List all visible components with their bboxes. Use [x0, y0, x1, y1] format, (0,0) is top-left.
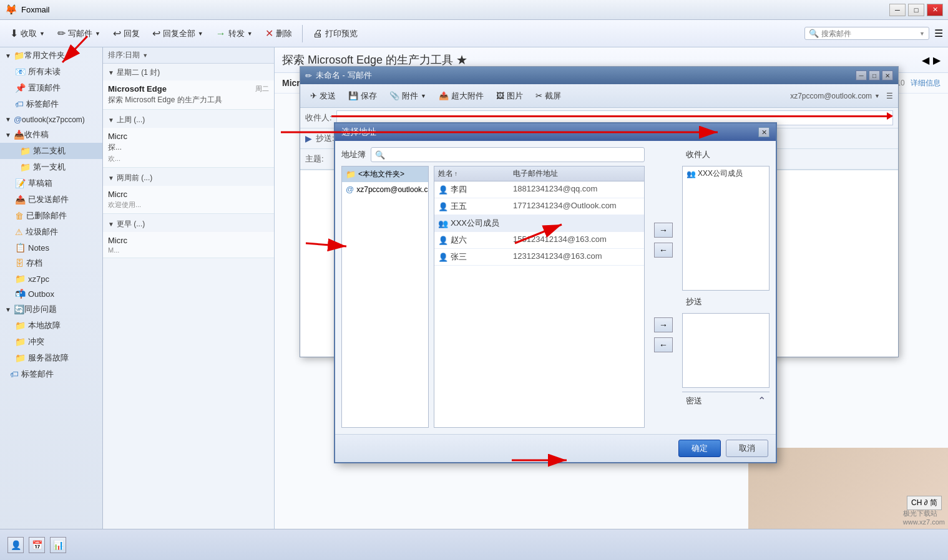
local-folder-item[interactable]: 📁 <本地文件夹>: [342, 167, 428, 182]
sidebar-item-conflict[interactable]: 📁 冲突: [0, 334, 102, 350]
group-icon: 👥: [438, 219, 448, 228]
contact-row-zhaoliu[interactable]: 👤 赵六 155123412134@163.com: [434, 232, 644, 249]
send-button[interactable]: ✈ 发送: [305, 89, 341, 104]
sidebar-item-server-error[interactable]: 📁 服务器故障: [0, 350, 102, 366]
collapse-icon: ▼: [5, 116, 11, 123]
content-area: 探索 Microsoft Edge 的生产力工具 ★ ◀ ▶ Microsoft…: [275, 47, 948, 560]
compose-close-button[interactable]: ✕: [882, 70, 893, 80]
sidebar-item-pinned[interactable]: 📌 置顶邮件: [0, 80, 102, 96]
attachment-button[interactable]: 📎 附件 ▼: [384, 89, 431, 104]
receive-button[interactable]: ⬇ 收取 ▼: [5, 25, 50, 42]
screenshot-icon: ✂: [535, 91, 542, 100]
remove-from-recipient-button[interactable]: ←: [654, 243, 673, 258]
sidebar-item-all-unread[interactable]: 📧 所有未读: [0, 64, 102, 80]
sidebar-item-notes[interactable]: 📋 Notes: [0, 240, 102, 255]
stats-icon-button[interactable]: 📊: [50, 537, 66, 553]
minimize-button[interactable]: ─: [889, 4, 906, 16]
contact-row-wangwu[interactable]: 👤 王五 17712341234@Outlook.com: [434, 198, 644, 215]
image-button[interactable]: 🖼 图片: [491, 89, 528, 104]
confirm-button[interactable]: 确定: [678, 440, 721, 457]
compose-button[interactable]: ✏ 写邮件 ▼: [52, 25, 105, 42]
compose-icon: ✏: [305, 71, 312, 80]
contacts-icon-button[interactable]: 👤: [7, 537, 24, 553]
reply-all-button[interactable]: ↩ 回复全部 ▼: [147, 25, 208, 42]
sidebar-item-local-error[interactable]: 📁 本地故障: [0, 317, 102, 334]
collapse-icon: ▼: [108, 117, 114, 123]
add-to-recipient-button[interactable]: →: [654, 223, 673, 238]
cc-recipients-list: [682, 313, 770, 388]
dialog-close-button[interactable]: ✕: [758, 127, 770, 137]
mail-item[interactable]: Micrc M...: [103, 232, 274, 258]
add-to-cc-button[interactable]: →: [654, 317, 673, 332]
tag-icon: 🏷: [15, 99, 24, 109]
sidebar-item-archive[interactable]: 🗄 存档: [0, 255, 102, 271]
forward-button[interactable]: → 转发 ▼: [211, 26, 258, 42]
sort-dropdown-icon[interactable]: ▼: [142, 52, 148, 59]
address-dialog: 选择地址 ✕ 地址簿 🔍: [334, 122, 777, 463]
sidebar-item-spam[interactable]: ⚠ 垃圾邮件: [0, 224, 102, 240]
reply-button[interactable]: ↩ 回复: [108, 25, 145, 42]
nav-forward-button[interactable]: ▶: [933, 54, 941, 66]
contact-row-lisi[interactable]: 👤 李四 18812341234@qq.com: [434, 181, 644, 198]
compose-maximize-button[interactable]: □: [869, 70, 880, 80]
maximize-button[interactable]: □: [908, 4, 924, 16]
sidebar-item-sent[interactable]: 📤 已发送邮件: [0, 191, 102, 208]
menu-button[interactable]: ☰: [934, 27, 943, 39]
save-button[interactable]: 💾 保存: [343, 89, 382, 104]
sidebar-item-branch1[interactable]: 📁 第一支机: [0, 159, 102, 175]
account-icon: @: [346, 185, 354, 194]
calendar-icon-button[interactable]: 📅: [29, 537, 45, 553]
contact-row-zhangsan[interactable]: 👤 张三 12312341234@163.com: [434, 249, 644, 266]
cc-section-label: 抄送: [682, 294, 770, 309]
nav-back-button[interactable]: ◀: [922, 54, 929, 66]
folder-icon: 📁: [15, 337, 26, 347]
sidebar-item-outbox[interactable]: 📬 Outbox: [0, 286, 102, 301]
print-preview-button[interactable]: 🖨 打印预览: [308, 26, 363, 42]
search-input[interactable]: [821, 29, 919, 38]
account-icon: @: [14, 115, 22, 124]
expand-icon[interactable]: ▶: [305, 133, 312, 143]
compose-titlebar-controls: ─ □ ✕: [856, 70, 893, 80]
delete-button[interactable]: ✕ 删除: [260, 25, 297, 42]
sidebar-item-tagged-mail[interactable]: 🏷 标签邮件: [0, 366, 102, 382]
cancel-button[interactable]: 取消: [726, 440, 768, 457]
contact-icon: 👤: [438, 185, 448, 195]
mail-item[interactable]: Micrc 探... 欢...: [103, 128, 274, 168]
reply-all-icon: ↩: [152, 27, 160, 39]
sidebar-item-drafts[interactable]: 📝 草稿箱: [0, 175, 102, 191]
menu-icon[interactable]: ☰: [886, 92, 893, 100]
large-attachment-button[interactable]: 📤 超大附件: [434, 89, 489, 104]
folder-icon: 📁: [15, 274, 26, 284]
folder-icon: 📁: [15, 353, 26, 363]
detail-link[interactable]: 详细信息: [911, 79, 941, 87]
sidebar-item-branch2[interactable]: 📁 第二支机: [0, 143, 102, 159]
collapse-icon: ▼: [108, 69, 114, 76]
dialog-search-input[interactable]: [387, 150, 640, 159]
contact-row-group-xxx[interactable]: 👥 XXX公司成员: [434, 215, 644, 232]
close-button[interactable]: ✕: [927, 4, 943, 16]
bcc-expand-icon[interactable]: ⌃: [758, 395, 766, 407]
folder-icon: 📁: [346, 170, 356, 179]
sidebar-item-tagged[interactable]: 🏷 标签邮件: [0, 96, 102, 112]
account-dropdown-icon[interactable]: ▼: [874, 93, 880, 99]
screenshot-button[interactable]: ✂ 截屏: [530, 89, 566, 104]
sidebar-item-common-folders[interactable]: ▼ 📁 常用文件夹: [0, 47, 102, 64]
sidebar-item-sync-issues[interactable]: ▼ 🔄 同步问题: [0, 301, 102, 317]
contact-icon: 👤: [438, 236, 448, 245]
mail-item[interactable]: Micrc 欢迎使用...: [103, 186, 274, 214]
compose-minimize-button[interactable]: ─: [856, 70, 867, 80]
sidebar-item-xz7pc[interactable]: 📁 xz7pc: [0, 271, 102, 286]
search-dropdown-icon[interactable]: ▼: [919, 31, 925, 37]
image-icon: 🖼: [496, 91, 504, 100]
mail-item[interactable]: Microsoft Edge 周二 探索 Microsoft Edge 的生产力…: [103, 80, 274, 110]
remove-from-cc-button[interactable]: ←: [654, 337, 673, 352]
mail-list-header[interactable]: 排序:日期 ▼: [103, 47, 274, 64]
account-folder-item[interactable]: @ xz7pccom@outlook.com: [342, 182, 428, 196]
receive-icon: ⬇: [10, 27, 18, 39]
recipient-item[interactable]: 👥 XXX公司成员: [683, 167, 769, 181]
sidebar-item-account[interactable]: ▼ @ outlook(xz7pccom): [0, 112, 102, 127]
mail-group-earlier: ▼ 更早 (...) Micrc M...: [103, 215, 274, 259]
sidebar-item-inbox[interactable]: ▼ 📥 收件稿: [0, 127, 102, 143]
mail-group-twoweeks: ▼ 两周前 (...) Micrc 欢迎使用...: [103, 169, 274, 215]
sidebar-item-deleted[interactable]: 🗑 已删除邮件: [0, 208, 102, 224]
